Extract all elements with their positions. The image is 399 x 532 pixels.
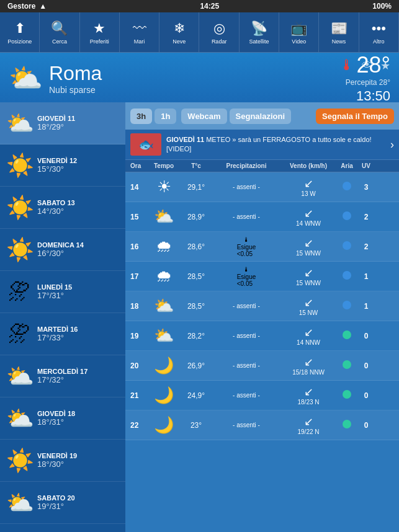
satellite-icon: 📡	[251, 20, 267, 37]
uv-cell: 1	[357, 302, 375, 311]
toolbar-item-video[interactable]: 📺Video	[279, 12, 319, 52]
hourly-table-header: OraTempoT°cPrecipitazioniVento (km/h)Ari…	[125, 160, 399, 172]
toolbar-item-neve[interactable]: ❄Neve	[159, 12, 199, 52]
forecast-day-label: DOMENICA 14	[37, 241, 84, 249]
uv-cell: 2	[357, 213, 375, 221]
uv-cell: 0	[357, 421, 375, 430]
table-row: 17 🌧 28,5° 🌡Esigue<0.05 ↙ 15 WNW 1	[125, 262, 399, 291]
air-cell	[336, 420, 357, 430]
wind-cell: ↙ 18/23 N	[280, 385, 336, 406]
forecast-item-lunedì_15[interactable]: ⛈ LUNEDÌ 15 17°/31°	[0, 271, 125, 313]
toolbar-item-mari[interactable]: 〰Mari	[120, 12, 159, 52]
precip-cell: 🌡Esigue<0.05	[212, 266, 280, 287]
temp-cell: 28,9°	[180, 213, 212, 221]
wifi-icon: ▲	[39, 2, 47, 11]
right-detail-panel: 3h 1h Webcam Segnalazioni Segnala il Tem…	[125, 102, 399, 532]
thermometer-icon: 🌡	[339, 56, 354, 74]
city-actions: 👁 ★	[362, 59, 390, 73]
forecast-item-giovedì_11[interactable]: ⛅ GIOVEDÌ 11 18°/29°	[0, 102, 125, 144]
forecast-item-giovedì_18[interactable]: ⛅ GIOVEDÌ 18 18°/31°	[0, 397, 125, 440]
temp-cell: 28,6°	[180, 242, 212, 251]
table-row: 20 🌙 26,9° - assenti - ↙ 15/18 NNW 0	[125, 351, 399, 381]
mari-label: Mari	[134, 38, 145, 45]
table-row: 16 🌧 28,6° 🌡Esigue<0.05 ↙ 15 WNW 2	[125, 232, 399, 262]
weather-icon-cell: ☀	[148, 177, 180, 197]
forecast-temp-range: 18°/31°	[37, 417, 75, 427]
wind-arrow-icon: ↙	[304, 236, 313, 250]
main-content: ⛅ GIOVEDÌ 11 18°/29° ☀️ VENERDÌ 12 15°/3…	[0, 102, 399, 532]
tab-webcam[interactable]: Webcam	[181, 109, 226, 124]
city-name: Roma	[49, 62, 339, 85]
preferiti-icon: ★	[93, 20, 105, 37]
forecast-info: GIOVEDÌ 18 18°/31°	[37, 410, 75, 427]
temp-cell: 28,5°	[180, 302, 212, 311]
table-row: 22 🌙 23° - assenti - ↙ 19/22 N 0	[125, 410, 399, 440]
forecast-weather-icon: ⛅	[6, 110, 32, 136]
forecast-item-sabato_13[interactable]: ☀️ SABATO 13 14°/30°	[0, 187, 125, 229]
col-header-aria: Aria	[336, 162, 357, 169]
favorite-icon[interactable]: ★	[380, 59, 390, 73]
toolbar: ⬆Posizione🔍Cerca★Preferiti〰Mari❄Neve◎Rad…	[0, 12, 399, 53]
precip-cell: 🌡Esigue<0.05	[212, 236, 280, 257]
tab-bar: 3h 1h Webcam Segnalazioni Segnala il Tem…	[125, 102, 399, 130]
tab-3h[interactable]: 3h	[130, 109, 152, 124]
forecast-item-domenica_14[interactable]: ☀️ DOMENICA 14 16°/30°	[0, 229, 125, 271]
forecast-item-venerdì_12[interactable]: ☀️ VENERDÌ 12 15°/30°	[0, 144, 125, 187]
forecast-weather-icon: ⛅	[6, 490, 32, 516]
weather-icon-cell: ⛅	[148, 326, 180, 345]
toolbar-item-posizione[interactable]: ⬆Posizione	[0, 12, 40, 52]
precip-cell: - assenti -	[212, 392, 280, 399]
wind-arrow-icon: ↙	[304, 206, 313, 220]
tab-segnala-tempo[interactable]: Segnala il Tempo	[316, 109, 394, 124]
video-icon: 📺	[290, 20, 307, 37]
weather-icon-cell: 🌧	[148, 267, 180, 286]
eye-icon[interactable]: 👁	[362, 59, 373, 73]
forecast-weather-icon: ☀️	[6, 448, 32, 474]
tab-segnalazioni[interactable]: Segnalazioni	[230, 109, 291, 124]
forecast-temp-range: 15°/30°	[37, 164, 77, 174]
col-header-ora: Ora	[130, 162, 148, 169]
forecast-info: DOMENICA 14 16°/30°	[37, 241, 84, 258]
toolbar-item-cerca[interactable]: 🔍Cerca	[40, 12, 79, 52]
toolbar-item-news[interactable]: 📰News	[319, 12, 359, 52]
uv-cell: 3	[357, 183, 375, 192]
wind-cell: ↙ 13 W	[280, 177, 336, 197]
air-cell	[336, 241, 357, 252]
city-time: 13:50	[339, 88, 390, 104]
tab-1h[interactable]: 1h	[155, 109, 176, 124]
wind-value: 14 NNW	[297, 339, 320, 346]
hour-cell: 14	[130, 183, 148, 192]
forecast-item-martedì_16[interactable]: ⛈ MARTEDÌ 16 17°/33°	[0, 313, 125, 355]
hour-cell: 21	[130, 391, 148, 400]
hour-cell: 22	[130, 421, 148, 430]
city-condition: Nubi sparse	[49, 85, 339, 95]
forecast-item-sabato_20[interactable]: ⛅ SABATO 20 19°/31°	[0, 482, 125, 524]
forecast-weather-icon: ⛈	[6, 279, 32, 305]
forecast-info: VENERDÌ 12 15°/30°	[37, 157, 77, 174]
table-row: 18 ⛅ 28,5° - assenti - ↙ 15 NW 1	[125, 291, 399, 321]
cerca-icon: 🔍	[51, 20, 68, 37]
forecast-day-label: MARTEDÌ 16	[37, 326, 78, 333]
wind-value: 15 WNW	[296, 280, 321, 286]
altro-label: Altro	[373, 38, 385, 45]
toolbar-item-satellite[interactable]: 📡Satellite	[240, 12, 279, 52]
toolbar-item-radar[interactable]: ◎Radar	[199, 12, 239, 52]
uv-cell: 0	[357, 361, 375, 370]
forecast-temp-range: 17°/33°	[37, 333, 78, 342]
city-weather-icon: ⛅	[9, 62, 43, 94]
news-icon: 📰	[331, 20, 347, 37]
forecast-item-mercoledì_17[interactable]: ⛅ MERCOLEDÌ 17 17°/32°	[0, 355, 125, 397]
preferiti-label: Preferiti	[90, 38, 109, 45]
air-cell	[336, 211, 357, 222]
precip-cell: - assenti -	[212, 422, 280, 428]
forecast-day-label: SABATO 20	[37, 494, 75, 502]
forecast-info: VENERDÌ 19 18°/30°	[37, 452, 77, 469]
news-banner[interactable]: 🐟 GIOVEDÌ 11 METEO » sarà un FERRAGOSTO …	[125, 130, 399, 160]
forecast-temp-range: 16°/30°	[37, 249, 84, 258]
forecast-temp-range: 18°/29°	[37, 122, 75, 131]
forecast-item-venerdì_19[interactable]: ☀️ VENERDÌ 19 18°/30°	[0, 440, 125, 482]
wind-value: 15/18 NNW	[292, 369, 325, 376]
forecast-temp-range: 17°/32°	[37, 375, 87, 384]
toolbar-item-altro[interactable]: •••Altro	[359, 12, 399, 52]
toolbar-item-preferiti[interactable]: ★Preferiti	[80, 12, 120, 52]
